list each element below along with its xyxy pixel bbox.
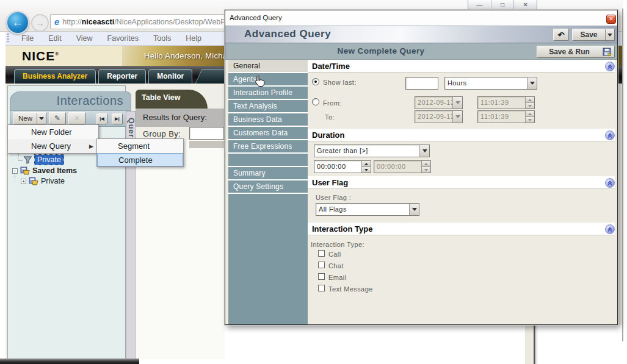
- minimize-button[interactable]: —: [468, 0, 491, 10]
- from-label: From:: [323, 99, 342, 107]
- tree-item-private-folder[interactable]: + Private: [21, 177, 65, 185]
- checkbox-call[interactable]: [318, 250, 325, 257]
- tree-item-label: Private: [41, 177, 65, 185]
- tree-item-private-query[interactable]: Private: [23, 155, 63, 165]
- tab-reporter[interactable]: Reporter: [98, 69, 146, 84]
- sidebar-item-general[interactable]: General: [228, 60, 308, 72]
- duration-operator-value: Greater than [>]: [314, 145, 419, 157]
- address-bar[interactable]: e http://niceascti/NiceApplications/Desk…: [50, 14, 225, 29]
- dialog-close-button[interactable]: ✕: [606, 15, 616, 24]
- show-last-value-input[interactable]: [405, 77, 438, 90]
- checkbox-email[interactable]: [318, 273, 325, 280]
- sidebar-item-business-data[interactable]: Business Data: [228, 113, 308, 126]
- from-date-select[interactable]: 2012-09-13: [415, 96, 463, 109]
- edit-icon: ✎: [54, 114, 60, 123]
- edit-button[interactable]: ✎: [49, 112, 66, 124]
- to-time-spinner[interactable]: 11:01:39: [477, 110, 535, 123]
- spin-down-icon[interactable]: [526, 103, 534, 109]
- dropdown-arrow-icon[interactable]: [419, 145, 429, 157]
- save-button[interactable]: Save: [572, 29, 615, 41]
- menu-item-label: Segment: [118, 141, 150, 151]
- duration-value2-spinner[interactable]: 00:00:00: [374, 160, 431, 173]
- time-unit-value: Hours: [445, 77, 527, 89]
- first-page-icon: |◀: [100, 116, 104, 121]
- menu-file[interactable]: File: [21, 34, 34, 43]
- menu-view[interactable]: View: [76, 34, 93, 43]
- tree-item-saved-items[interactable]: − Saved Items: [12, 166, 77, 175]
- save-and-run-button[interactable]: Save & Run: [537, 46, 615, 58]
- undo-button[interactable]: ↶: [553, 29, 569, 41]
- dialog-subtitle-bar: New Complete Query Save & Run: [225, 43, 617, 60]
- show-last-label: Show last:: [323, 79, 357, 86]
- dialog-title-bar[interactable]: Advanced Query: [225, 10, 617, 26]
- sidebar-item-free-expressions[interactable]: Free Expressions: [228, 140, 308, 152]
- new-dropdown-arrow[interactable]: [37, 113, 46, 124]
- save-button-label: Save: [573, 30, 605, 39]
- spin-down-icon[interactable]: [422, 167, 430, 173]
- delete-button[interactable]: ✕: [68, 112, 85, 124]
- duration-value-spinner[interactable]: 00:00:00: [314, 160, 371, 173]
- collapse-interaction-type-button[interactable]: [605, 224, 615, 234]
- spin-up-icon[interactable]: [526, 97, 534, 103]
- spin-up-icon[interactable]: [526, 111, 534, 117]
- url-text: http://niceascti/NiceApplications/Deskto…: [62, 18, 225, 26]
- new-query-submenu: Segment Complete: [96, 138, 184, 167]
- tab-monitor[interactable]: Monitor: [148, 69, 192, 84]
- dropdown-arrow-icon[interactable]: [452, 97, 462, 109]
- from-time-spinner[interactable]: 11:01:39: [477, 96, 535, 109]
- tab-business-analyzer[interactable]: Business Analyzer: [14, 69, 96, 84]
- dropdown-arrow-icon[interactable]: [452, 111, 462, 123]
- show-last-radio[interactable]: [312, 78, 319, 85]
- new-button[interactable]: New: [13, 112, 46, 124]
- from-radio[interactable]: [312, 98, 319, 105]
- menu-item-new-query[interactable]: New Query▶: [8, 139, 98, 153]
- sidebar-item-interaction-profile[interactable]: Interaction Profile: [228, 87, 308, 99]
- checkbox-chat[interactable]: [318, 262, 325, 268]
- tab-table-view[interactable]: Table View: [136, 90, 208, 109]
- spin-down-icon[interactable]: [362, 167, 371, 173]
- time-unit-select[interactable]: Hours: [444, 77, 537, 90]
- tree-connector: [18, 160, 23, 161]
- dropdown-arrow-icon[interactable]: [409, 204, 419, 215]
- spin-up-icon[interactable]: [362, 161, 371, 167]
- forward-button[interactable]: →: [31, 14, 49, 32]
- spin-down-icon[interactable]: [526, 117, 534, 123]
- menu-help[interactable]: Help: [186, 34, 201, 43]
- close-window-button[interactable]: ✕: [514, 0, 537, 10]
- menu-item-segment[interactable]: Segment: [97, 139, 183, 153]
- collapse-duration-button[interactable]: [605, 130, 615, 140]
- from-date-value: 2012-09-13: [415, 97, 452, 109]
- menu-item-new-folder[interactable]: New Folder: [8, 125, 98, 139]
- section-header-duration: Duration: [308, 129, 615, 141]
- dropdown-arrow-icon[interactable]: [527, 77, 537, 89]
- sidebar-item-query-settings[interactable]: Query Settings: [228, 180, 308, 193]
- user-flag-select[interactable]: All Flags: [316, 203, 419, 216]
- sidebar-item-customers-data[interactable]: Customers Data: [228, 127, 308, 139]
- back-icon: ←: [12, 16, 24, 29]
- dropdown-arrow-glyph: [455, 115, 460, 118]
- menu-item-complete[interactable]: Complete: [97, 153, 183, 166]
- checkbox-text-message[interactable]: [318, 285, 325, 291]
- save-dropdown-arrow[interactable]: [605, 29, 614, 40]
- to-date-select[interactable]: 2012-09-13: [415, 110, 463, 123]
- first-page-button[interactable]: |◀: [96, 113, 107, 124]
- sidebar-item-agents[interactable]: Agents: [228, 73, 308, 85]
- sidebar-item-summary[interactable]: Summary: [228, 167, 308, 179]
- collapse-date-time-button[interactable]: [605, 62, 615, 71]
- folder-icon: [29, 177, 38, 185]
- spin-up-icon[interactable]: [422, 161, 430, 167]
- menu-favorites[interactable]: Favorites: [107, 34, 139, 43]
- save-and-run-label: Save & Run: [540, 48, 599, 56]
- menu-edit[interactable]: Edit: [48, 34, 62, 43]
- back-button[interactable]: ←: [6, 11, 29, 34]
- last-page-button[interactable]: ▶|: [112, 113, 123, 124]
- dropdown-arrow-glyph: [530, 82, 535, 85]
- menu-tools[interactable]: Tools: [153, 34, 171, 43]
- group-by-input[interactable]: [189, 127, 224, 140]
- sidebar-item-text-analysis[interactable]: Text Analysis: [228, 100, 308, 112]
- duration-operator-select[interactable]: Greater than [>]: [314, 145, 430, 157]
- collapse-user-flag-button[interactable]: [605, 178, 615, 188]
- maximize-button[interactable]: □: [491, 0, 515, 10]
- delete-icon: ✕: [74, 114, 80, 123]
- expand-box-icon[interactable]: +: [21, 179, 26, 184]
